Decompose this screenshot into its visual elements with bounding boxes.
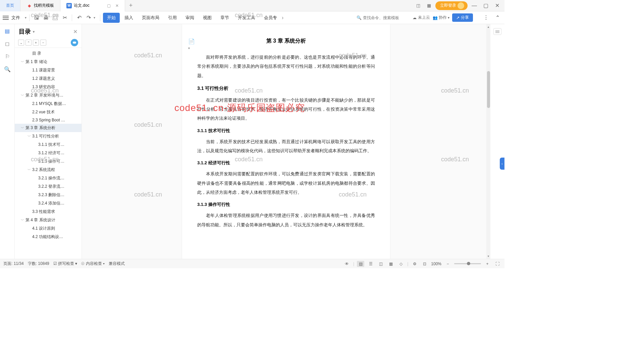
view-focus-icon[interactable]: ◇ [397, 261, 405, 267]
status-page[interactable]: 页面: 11/34 [3, 261, 24, 267]
redo-icon[interactable]: ↷ [84, 13, 93, 22]
maximize-icon[interactable]: ▢ [481, 2, 490, 10]
expand-all-icon[interactable]: ⌃ [25, 40, 32, 46]
toc-item[interactable]: 2.3 Spring Boot … [15, 116, 82, 124]
menu-chapter[interactable]: 章节 [216, 13, 233, 23]
share-button[interactable]: ↗ 分享 [452, 13, 473, 22]
save-icon[interactable]: 🖫 [32, 13, 41, 22]
tab-home[interactable]: 首页 [0, 0, 20, 11]
window-close-icon[interactable]: ✕ [492, 2, 502, 10]
apps-icon[interactable]: ▦ [425, 2, 433, 9]
right-panel-toggle[interactable] [493, 28, 501, 35]
menu-member[interactable]: 会员专 [260, 13, 281, 23]
toc-item[interactable]: 3.1.1 技术可… [15, 140, 82, 149]
close-icon[interactable]: ✕ [115, 3, 119, 8]
hamburger-icon[interactable] [3, 16, 9, 20]
toc-item[interactable]: 3.2.2 登录流… [15, 182, 82, 191]
toc-item[interactable]: 目 录 [15, 49, 82, 58]
login-button[interactable]: 立即登录 [435, 1, 468, 10]
file-menu[interactable]: 文件 [11, 15, 20, 21]
view-page-icon[interactable]: ▤ [357, 261, 364, 267]
search-input[interactable] [363, 15, 410, 20]
tab-present-icon[interactable]: ▢ [107, 3, 111, 8]
main-area: ▤ ◻ ⚐ 🔍 目录 ▾ ✕ ⌄ ⌃ + − 目 录﹀第 1 章 绪论1.1 课… [0, 24, 504, 259]
split-view-icon[interactable]: ◫ [414, 2, 423, 9]
scrollbar-thumb[interactable] [487, 71, 490, 108]
side-expand-tab[interactable]: ‹ [500, 158, 504, 170]
toc-item[interactable]: ﹀第 2 章 开发环境与… [15, 91, 82, 100]
menu-pagelayout[interactable]: 页面布局 [138, 13, 163, 23]
toc-list[interactable]: 目 录﹀第 1 章 绪论1.1 课题背景1.2 课题意义1.3 研究内容﹀第 2… [15, 48, 82, 259]
toc-item-label: 3.2.1 操作流… [38, 175, 64, 181]
tab-templates[interactable]: ◆ 找稻壳模板 [20, 0, 60, 11]
toc-item[interactable]: ﹀第 1 章 绪论 [15, 58, 82, 66]
print-icon[interactable]: 🖶 [42, 13, 50, 22]
toc-item[interactable]: ﹀第 3 章 系统分析 [15, 124, 82, 132]
menu-scroll-right-icon[interactable]: › [282, 15, 283, 21]
menu-view[interactable]: 视图 [199, 13, 216, 23]
toc-item[interactable]: 3.2.4 添加信… [15, 199, 82, 208]
search-box[interactable]: 🔍 [357, 15, 410, 20]
outline-close-icon[interactable]: ✕ [73, 28, 77, 35]
add-level-icon[interactable]: + [33, 40, 39, 46]
fullscreen-icon[interactable]: ⛶ [494, 261, 501, 267]
toc-item[interactable]: 2.1 MYSQL 数据… [15, 100, 82, 108]
remove-level-icon[interactable]: − [40, 40, 46, 46]
zoom-fit-icon[interactable]: ⊡ [421, 261, 428, 267]
preview-icon[interactable]: ⿴ [51, 13, 60, 22]
menu-reference[interactable]: 引用 [164, 13, 181, 23]
document-viewport[interactable]: 📄 ▾ 第 3 章 系统分析 面对即将开发的系统，进行提前的分析是必要的。这也是… [82, 24, 490, 259]
scrollbar-track[interactable]: ▲ ▼ [486, 24, 490, 259]
toc-item[interactable]: 1.2 课题意义 [15, 74, 82, 83]
view-web-icon[interactable]: ◫ [377, 261, 384, 267]
zoom-thumb[interactable] [467, 262, 470, 265]
menu-devtools[interactable]: 开发工具 [234, 13, 259, 23]
ribbon-collapse-icon[interactable]: ⌃ [493, 13, 502, 22]
toc-item[interactable]: 3.1.2 经济可… [15, 149, 82, 157]
zoom-out-icon[interactable]: − [444, 261, 451, 267]
collapse-all-icon[interactable]: ⌄ [18, 40, 24, 46]
outline-rail-icon[interactable]: ▤ [4, 27, 11, 34]
toc-item[interactable]: 1.3 研究内容 [15, 83, 82, 91]
collab-button[interactable]: 👥 协作 ▾ [433, 15, 449, 20]
undo-icon[interactable]: ↶ [75, 13, 84, 22]
view-read-icon[interactable]: ▦ [387, 261, 394, 267]
cloud-status[interactable]: ☁ 未上云 [413, 15, 430, 20]
eye-icon[interactable]: 👁 [343, 261, 351, 267]
minimize-icon[interactable]: — [470, 2, 479, 10]
toc-item[interactable]: 3.3 性能需求 [15, 208, 82, 216]
toc-item[interactable]: 3.2.1 操作流… [15, 174, 82, 182]
toc-item[interactable]: ﹀第 4 章 系统设计 [15, 216, 82, 224]
tab-document[interactable]: W 论文.doc ▢ ✕ [60, 0, 125, 11]
chevron-down-icon[interactable]: ▾ [33, 30, 35, 34]
status-spellcheck[interactable]: ☑ 拼写检查 ▾ [53, 261, 77, 267]
ai-assist-icon[interactable] [71, 39, 78, 46]
paste-icon[interactable]: ✂ [60, 13, 69, 22]
settings-icon[interactable]: ⚙ [411, 261, 418, 267]
add-tab-button[interactable]: + [125, 2, 137, 9]
object-rail-icon[interactable]: ◻ [4, 40, 11, 47]
zoom-level[interactable]: 100% [431, 262, 441, 266]
menu-start[interactable]: 开始 [103, 13, 120, 23]
zoom-in-icon[interactable]: + [484, 261, 491, 267]
toc-item[interactable]: 2.2 vue 技术 [15, 108, 82, 116]
toc-item[interactable]: 3.2.3 删除信… [15, 191, 82, 199]
toc-item[interactable]: 3.1.3 操作可… [15, 157, 82, 166]
view-outline-icon[interactable]: ☰ [367, 261, 374, 267]
status-content-check[interactable]: ⦾ 内容检查 ▾ [81, 261, 105, 267]
zoom-slider[interactable] [454, 263, 481, 264]
toc-item[interactable]: 4.2 功能结构设… [15, 233, 82, 241]
bookmark-rail-icon[interactable]: ⚐ [4, 53, 11, 60]
scroll-down-icon[interactable]: ▼ [486, 254, 490, 258]
ribbon-more-icon[interactable]: ⋮ [482, 13, 490, 22]
menu-insert[interactable]: 插入 [120, 13, 137, 23]
toc-item[interactable]: ﹀3.1 可行性分析 [15, 132, 82, 140]
menu-review[interactable]: 审阅 [181, 13, 198, 23]
scroll-up-icon[interactable]: ▲ [486, 25, 490, 29]
toc-item[interactable]: 4.1 设计原则 [15, 224, 82, 233]
toc-item[interactable]: ﹀3.2 系统流程 [15, 166, 82, 174]
toc-item[interactable]: 1.1 课题背景 [15, 66, 82, 74]
status-words[interactable]: 字数: 10849 [28, 261, 49, 267]
search-rail-icon[interactable]: 🔍 [4, 66, 11, 72]
page-edit-icon[interactable]: 📄 ▾ [188, 38, 196, 46]
